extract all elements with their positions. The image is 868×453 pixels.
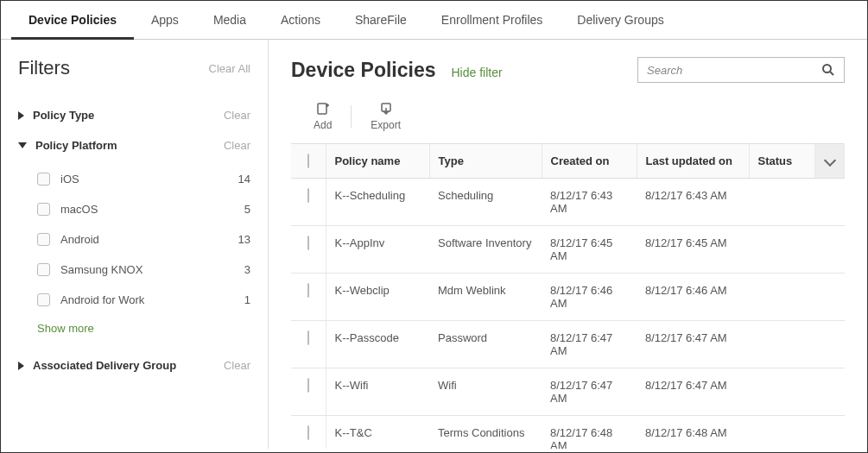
filter-item-count: 3	[244, 263, 250, 276]
add-icon	[316, 102, 330, 116]
search-box[interactable]	[637, 57, 845, 83]
col-type[interactable]: Type	[429, 144, 542, 179]
show-more-link[interactable]: Show more	[37, 315, 250, 350]
table-row[interactable]: K--SchedulingScheduling8/12/17 6:43 AM8/…	[291, 179, 845, 226]
cell-created: 8/12/17 6:47 AM	[542, 321, 637, 368]
clear-link[interactable]: Clear	[224, 109, 250, 122]
filter-items-platform: iOS 14 macOS 5 Android 13	[18, 160, 250, 350]
cell-policy-name: K--Webclip	[326, 274, 429, 321]
tab-enrollment-profiles[interactable]: Enrollment Profiles	[424, 1, 561, 39]
checkbox[interactable]	[307, 283, 309, 298]
chevron-down-icon	[18, 142, 27, 148]
tab-media[interactable]: Media	[196, 1, 263, 39]
cell-policy-name: K--Wifi	[326, 368, 429, 416]
tab-delivery-groups[interactable]: Delivery Groups	[560, 1, 681, 39]
checkbox[interactable]	[37, 203, 50, 216]
checkbox[interactable]	[37, 233, 50, 246]
cell-updated: 8/12/17 6:46 AM	[637, 274, 749, 321]
page-title: Device Policies	[291, 59, 436, 82]
cell-type: Mdm Weblink	[429, 274, 542, 321]
table-row[interactable]: K--PasscodePassword8/12/17 6:47 AM8/12/1…	[291, 321, 845, 368]
cell-status	[749, 226, 845, 274]
checkbox[interactable]	[307, 378, 309, 393]
tab-apps[interactable]: Apps	[134, 1, 196, 39]
cell-policy-name: K--Passcode	[326, 321, 429, 368]
cell-created: 8/12/17 6:45 AM	[542, 226, 637, 274]
filter-item-android-for-work[interactable]: Android for Work 1	[37, 285, 250, 315]
search-input[interactable]	[647, 64, 821, 77]
toolbar: Add Export	[291, 102, 845, 131]
checkbox[interactable]	[37, 263, 50, 276]
filter-item-label: Android for Work	[60, 293, 144, 306]
cell-type: Wifi	[429, 368, 542, 416]
cell-status	[749, 416, 845, 450]
tab-device-policies[interactable]: Device Policies	[11, 1, 134, 39]
add-button[interactable]: Add	[314, 102, 332, 131]
filter-item-label: macOS	[60, 203, 98, 216]
toolbar-divider	[351, 105, 352, 128]
svg-rect-2	[318, 104, 326, 114]
checkbox[interactable]	[307, 425, 309, 440]
table-row[interactable]: K--T&CTerms Conditions8/12/17 6:48 AM8/1…	[291, 416, 845, 450]
filter-group-policy-type[interactable]: Policy Type Clear	[18, 100, 250, 130]
filter-item-count: 5	[244, 203, 250, 216]
checkbox[interactable]	[307, 236, 309, 250]
export-button[interactable]: Export	[371, 102, 401, 131]
clear-all-link[interactable]: Clear All	[209, 62, 250, 75]
filters-title: Filters	[18, 57, 70, 79]
filter-item-label: Android	[60, 233, 99, 246]
checkbox[interactable]	[307, 154, 309, 168]
cell-status	[749, 179, 845, 226]
checkbox[interactable]	[37, 293, 50, 306]
table-row[interactable]: K--WifiWifi8/12/17 6:47 AM8/12/17 6:47 A…	[291, 368, 845, 416]
checkbox[interactable]	[307, 330, 309, 345]
clear-link[interactable]: Clear	[224, 139, 250, 152]
filter-item-label: Samsung KNOX	[60, 263, 143, 276]
filter-item-android[interactable]: Android 13	[37, 224, 250, 255]
table-row[interactable]: K--WebclipMdm Weblink8/12/17 6:46 AM8/12…	[291, 274, 845, 321]
col-policy-name[interactable]: Policy name	[326, 144, 429, 179]
cell-policy-name: K--Scheduling	[326, 179, 429, 226]
cell-policy-name: K--T&C	[326, 416, 429, 450]
filter-item-count: 14	[238, 173, 250, 186]
svg-point-0	[823, 65, 831, 72]
cell-created: 8/12/17 6:48 AM	[542, 416, 637, 450]
cell-updated: 8/12/17 6:43 AM	[637, 179, 749, 226]
cell-status	[749, 368, 845, 416]
select-all-header[interactable]	[291, 144, 326, 179]
cell-created: 8/12/17 6:47 AM	[542, 368, 637, 416]
search-icon[interactable]	[821, 63, 835, 77]
col-created-on[interactable]: Created on	[542, 144, 637, 179]
filters-sidebar: Filters Clear All Policy Type Clear Poli…	[1, 40, 269, 449]
chevron-down-icon	[823, 154, 835, 167]
cell-updated: 8/12/17 6:47 AM	[637, 368, 749, 416]
hide-filter-link[interactable]: Hide filter	[452, 66, 503, 79]
filter-item-samsung-knox[interactable]: Samsung KNOX 3	[37, 255, 250, 285]
filter-group-policy-platform[interactable]: Policy Platform Clear	[18, 130, 250, 160]
cell-status	[749, 321, 845, 368]
add-label: Add	[314, 119, 332, 131]
clear-link[interactable]: Clear	[224, 359, 250, 372]
filter-group-label: Policy Platform	[35, 139, 117, 152]
filter-group-delivery-group[interactable]: Associated Delivery Group Clear	[18, 350, 250, 381]
cell-updated: 8/12/17 6:45 AM	[637, 226, 749, 274]
col-last-updated[interactable]: Last updated on	[637, 144, 749, 179]
column-options[interactable]	[815, 144, 845, 179]
filter-item-count: 1	[244, 293, 250, 306]
content-area: Device Policies Hide filter Add Export	[269, 40, 867, 449]
cell-type: Password	[429, 321, 542, 368]
filter-group-label: Policy Type	[33, 109, 94, 122]
checkbox[interactable]	[307, 188, 309, 203]
cell-created: 8/12/17 6:46 AM	[542, 274, 637, 321]
cell-type: Terms Conditions	[429, 416, 542, 450]
tab-actions[interactable]: Actions	[263, 1, 338, 39]
col-status[interactable]: Status	[749, 144, 815, 179]
filter-item-macos[interactable]: macOS 5	[37, 194, 250, 224]
policies-table: Policy name Type Created on Last updated…	[291, 143, 845, 449]
table-row[interactable]: K--AppInvSoftware Inventory8/12/17 6:45 …	[291, 226, 845, 274]
chevron-right-icon	[18, 362, 24, 370]
cell-updated: 8/12/17 6:47 AM	[637, 321, 749, 368]
checkbox[interactable]	[37, 173, 50, 186]
tab-sharefile[interactable]: ShareFile	[338, 1, 424, 39]
filter-item-ios[interactable]: iOS 14	[37, 164, 250, 194]
